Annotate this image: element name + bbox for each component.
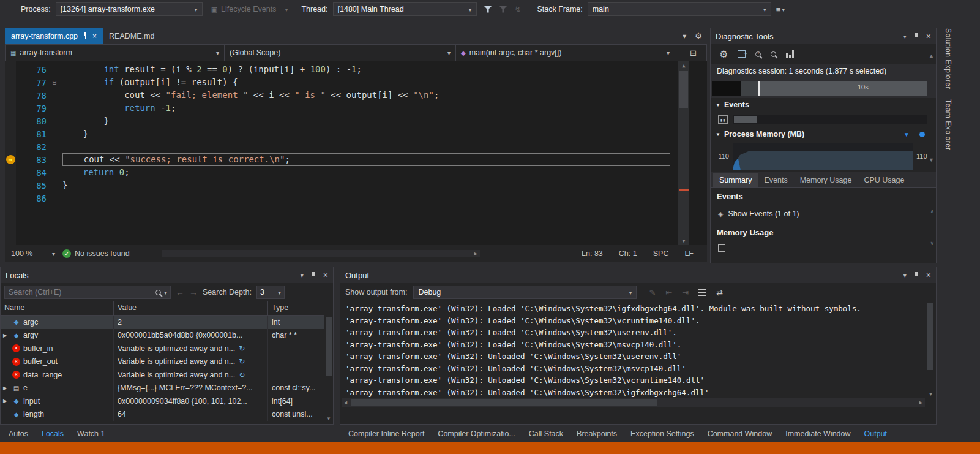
code-text[interactable]: }: [62, 115, 670, 127]
refresh-icon[interactable]: ↻: [239, 357, 245, 366]
code-line-78[interactable]: 78 cout << "fail; element " << i << " is…: [5, 89, 707, 102]
output-source-dropdown[interactable]: Debug ▾: [413, 286, 637, 299]
side-tab-team-explorer[interactable]: Team Explorer: [944, 99, 952, 151]
code-line-79[interactable]: 79 return -1;: [5, 102, 707, 115]
locals-scrollbar[interactable]: ▼: [324, 316, 333, 423]
document-tab-readme-md[interactable]: README.md: [103, 28, 160, 44]
tool-tab-watch-1[interactable]: Watch 1: [71, 427, 111, 441]
filter-funnel-icon[interactable]: [484, 6, 492, 13]
show-events-link[interactable]: ◈ Show Events (1 of 1): [711, 205, 936, 222]
lifecycle-events-button[interactable]: ▣ Lifecycle Events ▾: [208, 5, 292, 13]
editor-gear-icon[interactable]: ⚙: [695, 31, 702, 40]
zoom-in-icon[interactable]: [755, 51, 761, 57]
pin-icon[interactable]: [311, 272, 316, 279]
pin-icon[interactable]: [914, 33, 919, 40]
scroll-right-icon[interactable]: ►: [918, 399, 924, 406]
project-dropdown[interactable]: ▦ array-transform ▾: [6, 45, 225, 61]
scroll-down-icon[interactable]: ▼: [929, 157, 934, 163]
tool-tab-exception-settings[interactable]: Exception Settings: [624, 427, 700, 441]
memory-plot[interactable]: [733, 143, 913, 170]
code-text[interactable]: return -1;: [62, 102, 670, 115]
events-section-header[interactable]: ▼ Events: [711, 98, 936, 112]
code-text[interactable]: if (output[i] != result) {: [62, 76, 670, 89]
scrollbar-thumb[interactable]: [927, 303, 933, 370]
member-dropdown[interactable]: ◆ main(int argc, char * argv[]) ▾: [456, 45, 675, 61]
locals-row-argc[interactable]: ◆argc2int: [1, 316, 324, 329]
split-editor-icon[interactable]: ⊟: [690, 48, 697, 58]
clear-all-icon[interactable]: [698, 289, 706, 296]
scrollbar-thumb[interactable]: [326, 317, 332, 376]
thread-dropdown[interactable]: [1480] Main Thread ▾: [333, 2, 477, 16]
document-health-indicator[interactable]: ✓ No issues found: [62, 249, 130, 258]
code-line-84[interactable]: 84 return 0;: [5, 166, 707, 179]
timeline-ruler[interactable]: 10s: [711, 78, 936, 98]
refresh-icon[interactable]: ↻: [239, 344, 245, 353]
tool-tab-compiler-optimizatio[interactable]: Compiler Optimizatio...: [432, 427, 521, 441]
find-message-icon[interactable]: ✎: [649, 288, 656, 297]
code-line-85[interactable]: 85}: [5, 179, 707, 192]
process-dropdown[interactable]: [13264] array-transform.exe ▾: [56, 2, 203, 16]
search-icon[interactable]: [155, 290, 161, 295]
tool-tab-autos[interactable]: Autos: [2, 427, 34, 441]
scroll-down-icon[interactable]: ▼: [926, 392, 935, 397]
code-line-81[interactable]: 81 }: [5, 127, 707, 140]
stack-frame-dropdown[interactable]: main ▾: [588, 2, 771, 16]
tool-tab-command-window[interactable]: Command Window: [701, 427, 779, 441]
output-text[interactable]: 'array-transform.exe' (Win32): Loaded 'C…: [340, 301, 925, 397]
code-line-80[interactable]: 80 }: [5, 115, 707, 127]
window-position-chevron-icon[interactable]: ▾: [903, 272, 907, 279]
close-icon[interactable]: ×: [926, 31, 931, 41]
code-text[interactable]: [62, 140, 670, 153]
close-icon[interactable]: ×: [926, 270, 931, 280]
next-message-icon[interactable]: ⇥: [682, 288, 689, 297]
code-text[interactable]: [62, 192, 670, 205]
code-line-83[interactable]: →83 cout << "success; result is correct.…: [5, 153, 707, 166]
output-horizontal-scrollbar[interactable]: ◄ ►: [342, 398, 925, 407]
code-text[interactable]: return 0;: [62, 166, 670, 179]
scroll-down-icon[interactable]: ▼: [324, 416, 333, 422]
locals-row-argv[interactable]: ▶◆argv0x000001bb5a04d8b0 {0x000001b...ch…: [1, 329, 324, 342]
tool-tab-immediate-window[interactable]: Immediate Window: [779, 427, 856, 441]
document-tab-array-transform-cpp[interactable]: array-transform.cpp×: [5, 28, 103, 44]
diag-tab-events[interactable]: Events: [758, 173, 793, 187]
timeline-chart-icon[interactable]: [786, 50, 795, 58]
code-editor[interactable]: 76 int result = (i % 2 == 0) ? (input[i]…: [5, 61, 707, 245]
editor-vertical-scrollbar[interactable]: ▲ ▼: [678, 61, 689, 245]
output-vertical-scrollbar[interactable]: ▼: [926, 301, 935, 397]
code-text[interactable]: }: [62, 179, 670, 192]
column-name[interactable]: Name: [1, 301, 114, 315]
scrollbar-thumb[interactable]: [351, 399, 657, 406]
settings-gear-icon[interactable]: ⚙: [719, 48, 728, 60]
search-prev-icon[interactable]: ←: [176, 287, 184, 297]
locals-row-e[interactable]: ▶▤e{MMsg={...} MCLErr=??? MContext=?...c…: [1, 382, 324, 395]
events-track-thumb[interactable]: [734, 116, 757, 123]
code-line-86[interactable]: 86: [5, 192, 707, 205]
diag-tab-memory-usage[interactable]: Memory Usage: [794, 173, 858, 187]
events-track[interactable]: [733, 115, 927, 124]
scroll-down-hint-icon[interactable]: ∨: [930, 240, 934, 246]
search-depth-dropdown[interactable]: 3 ▾: [256, 286, 285, 299]
code-text[interactable]: cout << "success; result is correct.\n";: [62, 153, 670, 166]
close-icon[interactable]: ×: [323, 270, 328, 280]
pin-icon[interactable]: [83, 32, 88, 39]
zoom-out-icon[interactable]: [771, 51, 776, 57]
diag-tab-summary[interactable]: Summary: [713, 173, 758, 187]
word-wrap-icon[interactable]: ⇄: [716, 288, 723, 297]
code-line-76[interactable]: 76 int result = (i % 2 == 0) ? (input[i]…: [5, 63, 707, 76]
scroll-up-icon[interactable]: ▲: [678, 62, 689, 69]
refresh-icon[interactable]: ↻: [239, 371, 245, 379]
locals-row-buffer-in[interactable]: ×buffer_inVariable is optimized away and…: [1, 342, 324, 355]
document-list-chevron-icon[interactable]: ▾: [683, 31, 686, 40]
tool-tab-locals[interactable]: Locals: [36, 427, 70, 441]
search-next-icon[interactable]: →: [189, 287, 198, 297]
locals-row-buffer-out[interactable]: ×buffer_outVariable is optimized away an…: [1, 355, 324, 369]
search-input[interactable]: [5, 286, 170, 298]
window-position-chevron-icon[interactable]: ▾: [301, 272, 304, 279]
export-report-icon[interactable]: [738, 50, 746, 58]
chevron-down-icon[interactable]: ▾: [164, 289, 167, 296]
timeline-selection[interactable]: [760, 81, 927, 96]
expander-icon[interactable]: ▶: [3, 398, 9, 404]
column-value[interactable]: Value: [114, 301, 268, 315]
scrollbar-thumb[interactable]: [679, 71, 688, 108]
tool-tab-compiler-inline-report[interactable]: Compiler Inline Report: [342, 427, 430, 441]
